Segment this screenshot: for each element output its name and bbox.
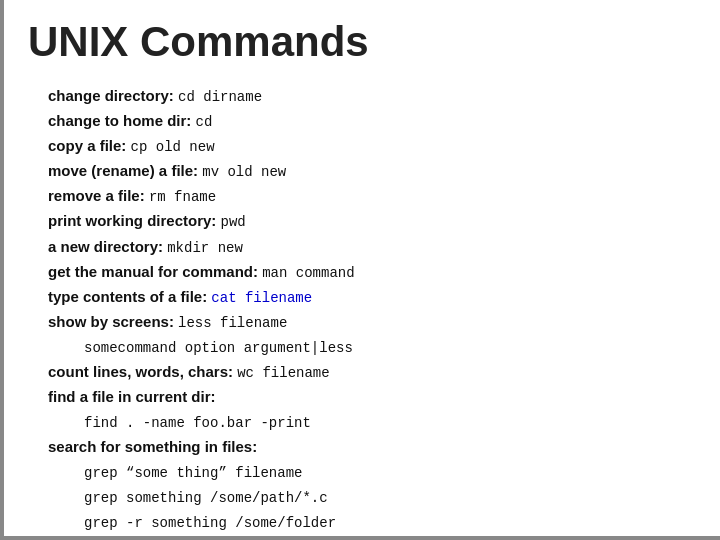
cmd-wc-label: count lines, words, chars: <box>48 363 233 380</box>
cmd-cat-label: type contents of a file: <box>48 288 207 305</box>
cmd-grep-2-code: grep something /some/path/*.c <box>84 490 328 506</box>
cmd-pwd-code: pwd <box>221 214 246 230</box>
page-title: UNIX Commands <box>28 18 696 66</box>
cmd-move: move (rename) a file: mv old new <box>48 159 696 184</box>
cmd-find-heading: find a file in current dir: <box>48 388 216 405</box>
cmd-grep-1-code: grep “some thing” filename <box>84 465 302 481</box>
cmd-pwd-label: print working directory: <box>48 212 216 229</box>
cmd-grep-3-code: grep -r something /some/folder <box>84 515 336 531</box>
cmd-cat: type contents of a file: cat filename <box>48 285 696 310</box>
cmd-less-example-code: somecommand option argument|less <box>84 340 353 356</box>
cmd-less: show by screens: less filename <box>48 310 696 335</box>
cmd-remove-code: rm fname <box>149 189 216 205</box>
cmd-cat-code: cat filename <box>211 290 312 306</box>
cmd-copy-code: cp old new <box>131 139 215 155</box>
cmd-man-label: get the manual for command: <box>48 263 258 280</box>
cmd-grep-2: grep something /some/path/*.c <box>48 485 696 510</box>
cmd-remove-label: remove a file: <box>48 187 145 204</box>
cmd-remove: remove a file: rm fname <box>48 184 696 209</box>
cmd-find-code-text: find . -name foo.bar -print <box>84 415 311 431</box>
cmd-wc: count lines, words, chars: wc filename <box>48 360 696 385</box>
cmd-man: get the manual for command: man command <box>48 260 696 285</box>
cmd-grep-1: grep “some thing” filename <box>48 460 696 485</box>
cmd-find-code: find . -name foo.bar -print <box>48 410 696 435</box>
cmd-less-label: show by screens: <box>48 313 174 330</box>
cmd-search-label: search for something in files: <box>48 435 696 460</box>
cmd-move-label: move (rename) a file: <box>48 162 198 179</box>
cmd-change-home: change to home dir: cd <box>48 109 696 134</box>
cmd-man-code: man command <box>262 265 354 281</box>
cmd-change-directory-code: cd dirname <box>178 89 262 105</box>
cmd-copy: copy a file: cp old new <box>48 134 696 159</box>
page: UNIX Commands change directory: cd dirna… <box>0 0 720 540</box>
cmd-change-home-code: cd <box>196 114 213 130</box>
cmd-mkdir: a new directory: mkdir new <box>48 235 696 260</box>
cmd-wc-code: wc filename <box>237 365 329 381</box>
cmd-grep-3: grep -r something /some/folder <box>48 510 696 535</box>
bottom-border <box>0 536 720 540</box>
cmd-mkdir-label: a new directory: <box>48 238 163 255</box>
cmd-less-example: somecommand option argument|less <box>48 335 696 360</box>
cmd-pwd: print working directory: pwd <box>48 209 696 234</box>
cmd-move-code: mv old new <box>202 164 286 180</box>
cmd-mkdir-code: mkdir new <box>167 240 243 256</box>
cmd-change-directory: change directory: cd dirname <box>48 84 696 109</box>
cmd-find-label: find a file in current dir: <box>48 385 696 410</box>
cmd-copy-label: copy a file: <box>48 137 126 154</box>
cmd-search-heading: search for something in files: <box>48 438 257 455</box>
cmd-change-directory-label: change directory: <box>48 87 174 104</box>
commands-content: change directory: cd dirname change to h… <box>28 84 696 535</box>
cmd-less-code: less filename <box>178 315 287 331</box>
cmd-change-home-label: change to home dir: <box>48 112 191 129</box>
